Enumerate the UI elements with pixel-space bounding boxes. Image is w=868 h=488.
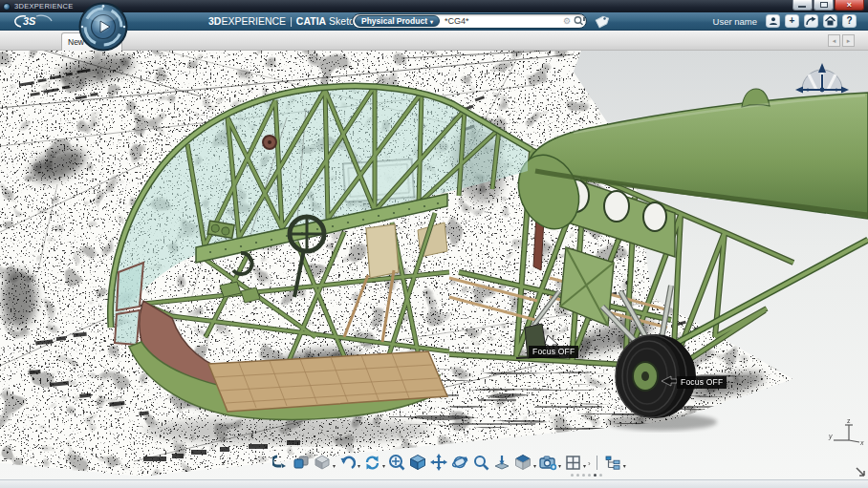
iso-view-icon <box>409 454 426 471</box>
chevron-down-icon[interactable]: ▾ <box>358 462 360 469</box>
pan-button[interactable] <box>429 453 448 472</box>
fuselage-shadow <box>143 417 430 444</box>
focus-off-label-1[interactable]: Focus OFF <box>529 346 578 358</box>
help-button[interactable]: ? <box>842 14 857 28</box>
design-tree-icon <box>604 455 621 471</box>
avatar-icon <box>769 16 778 26</box>
restore-button[interactable] <box>814 0 834 11</box>
porthole-window <box>604 191 629 222</box>
share-button[interactable] <box>804 14 818 28</box>
viewport-3d-scene[interactable] <box>0 51 868 488</box>
profile-avatar-button[interactable] <box>766 14 780 28</box>
rotate-button[interactable] <box>450 453 469 472</box>
porthole-window <box>643 202 666 231</box>
home-button[interactable] <box>823 14 837 28</box>
share-arrow-icon <box>806 16 816 26</box>
pan-icon <box>430 454 447 471</box>
create-painting-button[interactable] <box>313 453 332 472</box>
sketch-overlay-icon <box>293 454 310 471</box>
split-view-button[interactable] <box>563 453 582 472</box>
look-at-face-icon <box>514 454 532 471</box>
normal-view-icon <box>493 454 510 471</box>
3ds-logo: 3S <box>13 13 54 30</box>
axis-z-label: z <box>847 417 851 424</box>
compass-play-widget[interactable] <box>76 2 130 52</box>
look-at-face-button[interactable] <box>513 453 532 472</box>
home-icon <box>825 16 835 26</box>
3d-viewport[interactable]: Focus OFF Focus OFF z y x <box>0 51 868 488</box>
resize-grip[interactable] <box>855 466 866 477</box>
pilot-seat <box>366 224 399 278</box>
search-scope-dropdown[interactable]: Physical Product▾ <box>355 15 440 27</box>
app-icon <box>3 3 11 11</box>
axis-x-label: x <box>859 439 864 446</box>
design-tree-button[interactable] <box>603 453 622 472</box>
fit-all-in-button[interactable] <box>387 453 406 472</box>
search-settings-icon[interactable]: ⚙ <box>563 17 571 26</box>
os-titlebar: 3DEXPERIENCE × <box>0 0 868 12</box>
escape-icon <box>272 455 288 470</box>
minimize-button[interactable] <box>792 0 813 11</box>
sketch-overlay-button[interactable] <box>292 453 311 472</box>
capture-icon <box>539 455 557 471</box>
app-bar: 3S 3DEXPERIENCE|CATIA Sketch Tracer Phys… <box>0 12 868 31</box>
close-button[interactable]: × <box>835 0 864 11</box>
status-bar <box>0 479 868 488</box>
tab-scroll-left-button[interactable]: ◂ <box>828 34 840 47</box>
update-button[interactable] <box>362 453 381 472</box>
search-input[interactable]: *CG4* <box>440 16 563 26</box>
toolbar-separator <box>597 456 597 470</box>
iso-view-button[interactable] <box>408 453 427 472</box>
undo-icon <box>339 455 356 471</box>
focus-off-label-2[interactable]: Focus OFF <box>677 376 727 389</box>
update-icon <box>364 455 380 471</box>
split-view-icon <box>565 455 581 471</box>
escape-button[interactable] <box>271 453 290 472</box>
normal-view-button[interactable] <box>492 453 511 472</box>
add-button[interactable]: + <box>785 14 799 28</box>
chevron-down-icon: ▾ <box>430 18 433 25</box>
search-icon[interactable] <box>573 15 586 27</box>
axis-y-label: y <box>828 433 833 440</box>
search-bar[interactable]: Physical Product▾ *CG4* ⚙ <box>352 13 587 29</box>
chevron-down-icon[interactable]: ▾ <box>558 462 561 469</box>
create-painting-icon <box>314 454 331 471</box>
axis-triad: z y x <box>828 415 866 450</box>
view-rotation-compass[interactable] <box>795 61 849 103</box>
rotate-icon <box>451 454 468 471</box>
window-title: 3DEXPERIENCE <box>14 2 74 11</box>
chevron-down-icon[interactable]: ▾ <box>623 462 626 469</box>
toolbar-overflow-arrow[interactable]: › <box>588 459 591 468</box>
user-name-label[interactable]: User name <box>713 16 757 27</box>
chevron-down-icon[interactable]: ▾ <box>583 462 586 469</box>
tab-scroll-right-button[interactable]: ▸ <box>842 34 855 47</box>
fit-all-in-icon <box>388 454 405 471</box>
zoom-button[interactable] <box>471 453 490 472</box>
toolbar-page-dots[interactable] <box>571 474 602 477</box>
bottom-toolbar: ▾ ▾ ▾ <box>271 453 626 472</box>
chevron-down-icon[interactable]: ▾ <box>382 462 385 469</box>
zoom-icon <box>473 455 489 471</box>
app-window: 3DEXPERIENCE × 3S 3DEXPERIENCE|CATIA Ske… <box>0 0 868 488</box>
svg-text:3S: 3S <box>23 15 36 27</box>
capture-button[interactable] <box>538 453 557 472</box>
tab-bar: New Tab 1 × ◂ ▸ <box>0 31 868 51</box>
chevron-down-icon[interactable]: ▾ <box>533 462 536 469</box>
tag-icon[interactable] <box>595 15 609 29</box>
chevron-down-icon[interactable]: ▾ <box>333 462 336 469</box>
undo-button[interactable] <box>337 453 357 472</box>
